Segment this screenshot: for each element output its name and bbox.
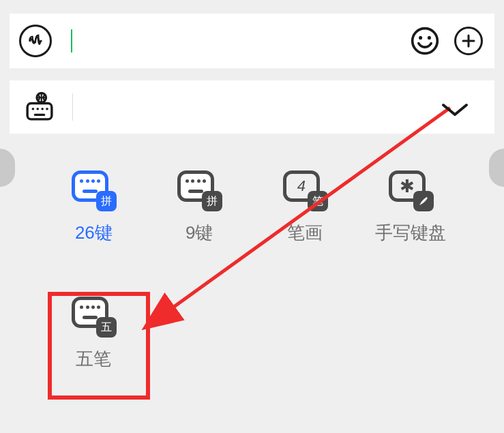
emoji-icon [410, 26, 440, 56]
svg-point-5 [36, 108, 39, 110]
plus-icon [454, 27, 483, 55]
keyboard-icon: 拼 [72, 170, 115, 210]
option-label: 笔画 [287, 221, 323, 245]
option-9key[interactable]: 拼 9键 [147, 170, 252, 245]
collapse-button[interactable] [436, 94, 477, 124]
message-input-bar [10, 14, 494, 68]
svg-point-0 [413, 29, 438, 54]
keyboard-icon: 拼 [177, 170, 221, 210]
badge-pinyin: 拼 [202, 191, 222, 211]
voice-button[interactable] [19, 25, 52, 57]
option-label: 26键 [75, 221, 113, 245]
svg-point-6 [41, 108, 44, 110]
badge-hand [413, 191, 434, 211]
emoji-button[interactable] [409, 25, 441, 57]
svg-point-4 [32, 108, 35, 110]
option-label: 五笔 [76, 347, 111, 371]
keyboard-options-grid: 拼 26键 拼 9键 4 笔 笔画 ✱ 手写键盘 [0, 170, 504, 371]
keyboard-icon: 五 [72, 297, 115, 336]
more-button[interactable] [452, 25, 485, 57]
divider [72, 93, 73, 121]
ime-switch-icon [25, 92, 55, 122]
badge-bi: 笔 [308, 191, 328, 211]
svg-point-2 [428, 36, 431, 40]
svg-rect-3 [27, 104, 52, 119]
handwriting-icon: ✱ [389, 170, 432, 210]
ime-candidate-bar [10, 80, 494, 134]
option-handwriting[interactable]: ✱ 手写键盘 [357, 170, 463, 245]
badge-wu: 五 [96, 317, 117, 338]
option-label: 9键 [186, 221, 213, 245]
stroke-icon: 4 笔 [283, 170, 327, 210]
message-input[interactable] [63, 22, 398, 60]
option-label: 手写键盘 [375, 221, 446, 245]
option-26key[interactable]: 拼 26键 [41, 170, 147, 245]
text-cursor [71, 29, 72, 53]
ime-switch-button[interactable] [25, 92, 55, 122]
voice-icon [27, 32, 44, 50]
badge-pinyin: 拼 [96, 191, 117, 211]
svg-rect-8 [34, 114, 46, 116]
svg-point-1 [419, 36, 422, 40]
option-bihua[interactable]: 4 笔 笔画 [252, 170, 358, 245]
option-wubi[interactable]: 五 五笔 [41, 297, 147, 371]
svg-point-7 [46, 108, 48, 110]
